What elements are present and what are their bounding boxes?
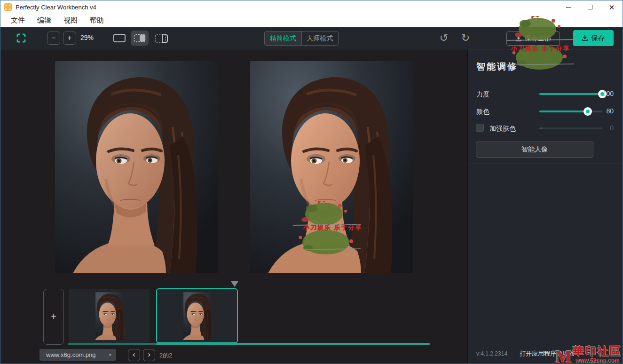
save-all-button[interactable]: 保存全部 [506,32,560,46]
add-image-button[interactable]: + [43,289,64,345]
version-label: v:4.1.2.2314 [476,350,507,357]
image-before [55,61,218,273]
forum-name: 華印社區 [573,346,622,357]
single-view-icon[interactable] [113,33,126,43]
split-view-icon [134,34,146,42]
app-logo-icon [4,3,12,11]
color-value: 80 [606,107,614,115]
thumbnail-photo [95,292,123,340]
undo-button[interactable]: ↺ [437,31,451,45]
chevron-left-icon: ‹ [133,350,135,359]
image-after [250,61,413,273]
forum-url: www.52cnp.com [575,357,619,364]
save-all-label: 保存全部 [525,34,551,43]
title-bar: Perfectly Clear Workbench v4 ✕ [0,0,623,14]
thumbnail-2-selected[interactable] [156,288,238,343]
chevron-right-icon: › [148,350,150,359]
plus-icon: + [67,34,71,42]
maximize-icon [588,5,592,9]
menu-view[interactable]: 视图 [59,15,82,26]
color-slider[interactable] [539,111,602,112]
smart-retouch-panel: 智能调修 力度 100 颜色 80 加强肤色 [467,49,623,364]
tab-master-mode[interactable]: 大师模式 [301,32,339,45]
close-button[interactable]: ✕ [601,0,623,14]
menu-help[interactable]: 帮助 [85,15,109,26]
strength-slider-row: 力度 100 [468,89,623,99]
panel-divider [468,164,623,164]
thumbnail-1[interactable] [69,289,150,343]
download-icon [582,35,588,41]
save-label: 保存 [591,34,605,43]
color-label: 颜色 [476,108,489,116]
window-title: Perfectly Clear Workbench v4 [16,4,96,11]
menu-file[interactable]: 文件 [6,15,30,26]
color-slider-row: 颜色 80 [468,107,623,116]
zoom-in-button[interactable]: + [63,32,76,45]
save-button[interactable]: 保存 [573,30,614,46]
strength-value: 100 [603,90,614,97]
thumbnail-photo [183,292,211,340]
maximize-button[interactable] [579,0,601,14]
skin-tone-value: 0 [610,124,614,132]
image-canvas: 小刀娱乐 乐于分享 + www.x6g.com.png ▾ ‹ › 2的2 [0,49,467,364]
redo-button[interactable]: ↻ [458,31,473,45]
overlay-view-icon[interactable] [154,33,168,44]
filmstrip-scrollbar[interactable] [68,343,156,345]
redo-icon: ↻ [461,32,470,44]
plus-icon: + [51,311,56,322]
mode-toggle: 精简模式 大师模式 [264,31,339,46]
perfectly-clear-logo-icon [16,32,27,44]
filename-dropdown[interactable]: www.x6g.com.png ▾ [39,349,116,361]
app-manager-link[interactable]: 打开应用程序管理器 [520,349,575,358]
zoom-level-value: 29% [80,34,94,41]
skin-tone-label: 加强肤色 [489,125,516,133]
filmstrip-scrollbar-thumb[interactable] [156,343,430,345]
split-view-button[interactable] [131,31,149,46]
status-bar: v:4.1.2.2314 打开应用程序管理器 M 華印社區 www.52cnp.… [468,343,623,364]
menu-edit[interactable]: 编辑 [32,15,56,26]
panel-title: 智能调修 [476,61,518,73]
close-icon: ✕ [609,4,615,11]
minus-icon: − [51,34,55,42]
minimize-icon [566,7,571,8]
undo-icon: ↺ [440,32,448,44]
download-icon [515,35,522,42]
image-counter: 2的2 [159,351,172,360]
skin-tone-slider-disabled [539,127,602,129]
selected-thumbnail-pointer-icon [231,281,238,287]
toolbar: − + 29% 精简模式 大师模式 ↺ ↻ 保存全部 [0,27,623,49]
filename-value: www.x6g.com.png [46,351,96,358]
skin-tone-row: 加强肤色 0 [468,124,623,133]
app-window: Perfectly Clear Workbench v4 ✕ 文件 编辑 视图 … [0,0,623,364]
skin-tone-checkbox[interactable] [476,124,484,132]
strength-slider[interactable] [539,93,602,95]
slider-handle[interactable] [584,107,592,116]
menu-bar: 文件 编辑 视图 帮助 [0,14,623,27]
smart-portrait-button[interactable]: 智能人像 [476,142,593,158]
zoom-out-button[interactable]: − [47,32,60,45]
minimize-button[interactable] [558,0,579,14]
tab-simple-mode[interactable]: 精简模式 [265,32,301,45]
previous-image-button[interactable]: ‹ [128,349,140,361]
chevron-down-icon: ▾ [109,352,111,358]
next-image-button[interactable]: › [143,349,155,361]
strength-label: 力度 [476,90,489,99]
